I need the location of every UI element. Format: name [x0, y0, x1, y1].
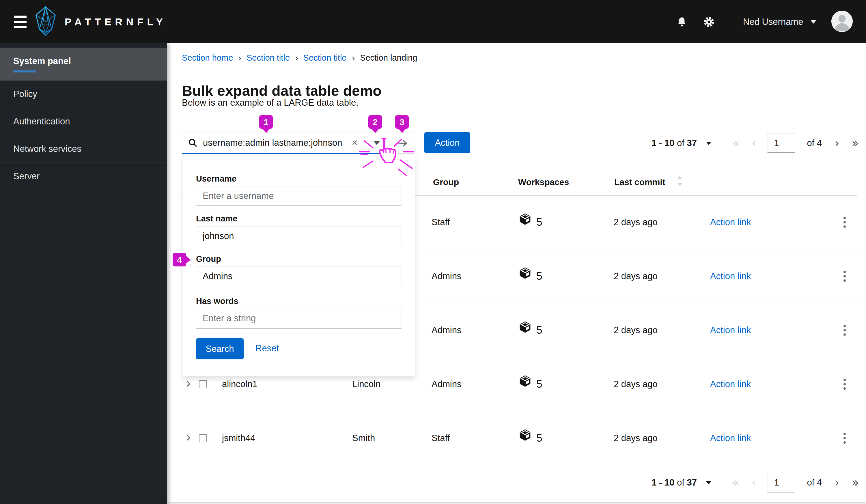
sidebar: System panel Policy Authentication Netwo…: [0, 43, 167, 504]
expand-row-chevron-icon[interactable]: [184, 434, 192, 443]
row-action-link[interactable]: Action link: [710, 271, 751, 281]
page-subtitle: Below is an example of a LARGE data tabl…: [182, 98, 358, 108]
chevron-right-icon: ›: [238, 54, 241, 62]
sidebar-item-label: Authentication: [13, 116, 70, 127]
table-row: jsmith44 Smith Staff 5 2 days ago Action…: [182, 411, 857, 465]
cell-last-commit: 2 days ago: [614, 271, 658, 281]
page-number-input[interactable]: [767, 473, 795, 492]
row-action-link[interactable]: Action link: [710, 217, 751, 227]
expand-row-chevron-icon[interactable]: [184, 380, 192, 389]
cube-icon: [519, 213, 531, 228]
pagination-of-pages: of 4: [807, 138, 822, 148]
pagination-menu-toggle-icon[interactable]: [706, 481, 711, 487]
settings-gear-icon[interactable]: [703, 16, 715, 28]
last-page-button[interactable]: »: [851, 137, 860, 149]
sidebar-item-server[interactable]: Server: [0, 163, 167, 190]
sidebar-item-network-services[interactable]: Network services: [0, 135, 167, 163]
masthead: PATTERNFLY Ned Username: [0, 0, 866, 43]
cell-lastname: Smith: [352, 433, 375, 444]
cell-last-commit: 2 days ago: [614, 379, 658, 389]
search-input[interactable]: [202, 137, 349, 148]
user-menu-toggle[interactable]: Ned Username: [743, 17, 817, 27]
annotation-badge-2: 2: [368, 115, 382, 129]
sidebar-item-policy[interactable]: Policy: [0, 80, 167, 108]
nav-toggle-hamburger-icon[interactable]: [14, 15, 26, 29]
cube-icon: [519, 321, 531, 336]
row-action-link[interactable]: Action link: [710, 325, 751, 335]
previous-page-button[interactable]: ‹: [751, 137, 758, 149]
column-header-workspaces[interactable]: Workspaces: [518, 177, 569, 187]
brand-title: PATTERNFLY: [65, 16, 167, 28]
group-field-label: Group: [196, 254, 221, 264]
annotation-badge-3: 3: [395, 115, 409, 129]
cell-workspaces-count: 5: [536, 216, 542, 228]
lastname-field[interactable]: [196, 226, 401, 246]
column-header-last-commit[interactable]: Last commit: [614, 177, 665, 187]
active-indicator: [13, 70, 36, 72]
username-field[interactable]: [196, 186, 401, 206]
cell-last-commit: 2 days ago: [614, 217, 658, 227]
page-number-input[interactable]: [767, 133, 795, 153]
advanced-search-panel: Username Last name Group Has words Searc…: [183, 155, 415, 376]
pagination-of-pages: of 4: [807, 478, 822, 488]
page-title: Bulk expand data table demo: [182, 82, 381, 99]
cube-icon: [519, 429, 531, 444]
kebab-menu-icon[interactable]: [842, 215, 847, 229]
cell-workspaces-count: 5: [536, 378, 542, 390]
kebab-menu-icon[interactable]: [842, 431, 847, 445]
annotation-badge-4: 4: [173, 253, 186, 267]
hand-cursor-icon: [358, 135, 416, 181]
haswords-field[interactable]: [196, 309, 401, 328]
cell-last-commit: 2 days ago: [614, 325, 658, 335]
sidebar-item-label: Network services: [13, 144, 81, 154]
next-page-button[interactable]: ›: [833, 137, 841, 149]
cell-workspaces-count: 5: [536, 432, 542, 444]
chevron-right-icon: ›: [295, 54, 298, 62]
row-action-link[interactable]: Action link: [710, 433, 751, 444]
pagination-menu-toggle-icon[interactable]: [706, 142, 711, 147]
cell-workspaces-count: 5: [536, 324, 542, 336]
notifications-bell-icon[interactable]: [676, 16, 688, 28]
breadcrumb: Section home › Section title › Section t…: [182, 53, 417, 63]
search-submit-button[interactable]: Search: [196, 338, 244, 359]
action-button[interactable]: Action: [424, 132, 470, 153]
first-page-button[interactable]: «: [731, 477, 741, 489]
sidebar-item-system-panel[interactable]: System panel: [0, 48, 167, 80]
previous-page-button[interactable]: ‹: [751, 477, 758, 489]
pagination-bottom: 1 - 10 of 37 « ‹ of 4 › »: [652, 472, 860, 494]
row-checkbox[interactable]: [199, 380, 207, 388]
column-header-group[interactable]: Group: [433, 177, 459, 187]
last-page-button[interactable]: »: [851, 477, 860, 489]
sidebar-item-label: System panel: [13, 56, 71, 66]
cell-group: Admins: [432, 271, 461, 281]
pagination-range: 1 - 10 of 37: [652, 478, 697, 488]
next-page-button[interactable]: ›: [833, 477, 841, 489]
cube-icon: [519, 267, 531, 282]
breadcrumb-link-section-title-1[interactable]: Section title: [246, 53, 290, 63]
row-checkbox[interactable]: [199, 434, 207, 442]
kebab-menu-icon[interactable]: [842, 323, 847, 337]
group-field[interactable]: [196, 267, 401, 286]
reset-link[interactable]: Reset: [255, 343, 279, 354]
kebab-menu-icon[interactable]: [842, 269, 847, 283]
cell-group: Staff: [432, 433, 450, 444]
lastname-field-label: Last name: [196, 214, 237, 223]
kebab-menu-icon[interactable]: [842, 377, 847, 391]
cell-last-commit: 2 days ago: [614, 433, 658, 444]
row-action-link[interactable]: Action link: [710, 379, 751, 389]
sidebar-item-authentication[interactable]: Authentication: [0, 108, 167, 135]
sort-arrows-icon[interactable]: [676, 175, 684, 189]
cell-username: jsmith44: [222, 433, 255, 444]
first-page-button[interactable]: «: [731, 137, 741, 149]
sidebar-item-label: Policy: [13, 89, 37, 99]
search-icon: [188, 138, 198, 148]
cell-workspaces-count: 5: [536, 270, 542, 282]
chevron-right-icon: ›: [352, 54, 355, 62]
avatar[interactable]: [831, 11, 853, 32]
breadcrumb-link-section-home[interactable]: Section home: [182, 53, 233, 63]
username-field-label: Username: [196, 174, 236, 183]
breadcrumb-link-section-title-2[interactable]: Section title: [303, 53, 347, 63]
cell-username: alincoln1: [222, 379, 257, 389]
patternfly-logo-icon: [34, 6, 57, 37]
chevron-down-icon: [811, 20, 817, 26]
